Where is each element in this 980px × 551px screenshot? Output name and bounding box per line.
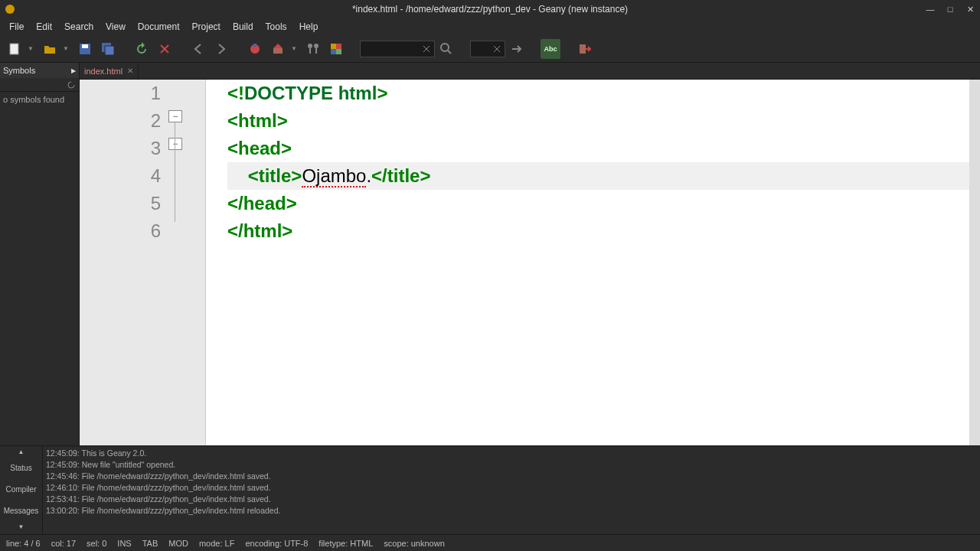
forward-button[interactable] [211,39,231,59]
search-clear-icon[interactable] [420,39,433,59]
open-button[interactable] [40,39,60,59]
menubar: File Edit Search View Document Project B… [0,18,980,35]
status-tab: TAB [142,539,158,548]
status-ins: INS [117,539,131,548]
sidebar-header[interactable]: Symbols ▶ [0,63,79,78]
panel-scroll-up-icon[interactable]: ▲ [0,446,42,457]
new-file-button[interactable] [5,39,24,59]
svg-rect-1 [10,44,18,54]
svg-rect-13 [331,49,336,54]
tab-close-icon[interactable]: ✕ [127,67,133,75]
window-title: *index.html - /home/edward/zzz/python_de… [352,4,628,15]
menu-edit[interactable]: Edit [30,20,58,34]
compile-button[interactable] [245,39,265,59]
code-line[interactable]: </html> [227,217,969,245]
menu-help[interactable]: Help [293,20,325,34]
file-tab[interactable]: index.html ✕ [80,64,139,79]
code-line[interactable]: <title>Ojambo.</title> [227,162,969,190]
color-chooser-button[interactable] [326,39,346,59]
svg-rect-14 [336,49,341,54]
close-button[interactable]: ✕ [963,2,977,16]
back-button[interactable] [188,39,208,59]
reload-button[interactable] [132,39,152,59]
code-line[interactable]: <!DOCTYPE html> [227,80,969,107]
menu-project[interactable]: Project [186,20,227,34]
panel-tab-messages[interactable]: Messages [0,500,42,521]
new-file-dropdown[interactable]: ▼ [28,45,37,52]
status-sel: sel: 0 [87,539,106,548]
tabs-bar: index.html ✕ [80,63,980,80]
spell-check-button[interactable]: Abc [541,39,560,59]
sidebar-refresh-icon[interactable] [64,79,79,91]
svg-rect-5 [105,46,114,55]
sidebar-collapse-icon[interactable]: ▶ [71,67,76,74]
svg-rect-11 [331,44,336,49]
sidebar: Symbols ▶ o symbols found [0,63,80,445]
messages-output: 12:45:09: This is Geany 2.0.12:45:09: Ne… [43,446,980,534]
minimize-button[interactable]: — [923,2,937,16]
svg-rect-7 [253,44,256,47]
status-encoding: encoding: UTF-8 [245,539,308,548]
sidebar-content: o symbols found [0,92,79,445]
save-button[interactable] [75,39,95,59]
code-line[interactable]: </head> [227,190,969,217]
run-button[interactable] [303,39,323,59]
status-scope: scope: unknown [384,539,445,548]
svg-point-15 [441,44,449,51]
status-mod: MOD [168,539,188,548]
menu-document[interactable]: Document [132,20,186,34]
open-dropdown[interactable]: ▼ [63,45,72,52]
app-icon [5,4,15,15]
titlebar: *index.html - /home/edward/zzz/python_de… [0,0,980,18]
sidebar-tab-icon[interactable] [0,79,64,91]
build-dropdown[interactable]: ▼ [291,45,300,52]
fold-toggle[interactable]: − [168,110,182,122]
line-gutter: 123456 − − [80,80,206,445]
code-editor[interactable]: 123456 − − <!DOCTYPE html><html><head> <… [80,80,980,445]
status-filetype: filetype: HTML [318,539,373,548]
svg-rect-8 [273,48,283,54]
menu-search[interactable]: Search [58,20,100,34]
svg-point-9 [308,44,312,48]
quit-button[interactable] [574,39,594,59]
svg-rect-12 [336,44,341,49]
menu-view[interactable]: View [100,20,132,34]
close-file-button[interactable] [155,39,175,59]
maximize-button[interactable]: □ [943,2,957,16]
build-button[interactable] [268,39,288,59]
statusbar: line: 4 / 6 col: 17 sel: 0 INS TAB MOD m… [0,534,980,551]
menu-tools[interactable]: Tools [260,20,293,34]
status-mode: mode: LF [199,539,234,548]
toolbar: ▼ ▼ ▼ Abc [0,35,980,63]
vertical-scrollbar[interactable] [969,80,980,445]
status-line: line: 4 / 6 [6,539,41,548]
panel-tab-status[interactable]: Status [0,457,42,478]
find-button[interactable] [436,39,456,59]
panel-tab-compiler[interactable]: Compiler [0,478,42,500]
panel-scroll-down-icon[interactable]: ▼ [0,521,42,532]
bottom-panel: ▲ Status Compiler Messages ▼ 12:45:09: T… [0,445,980,534]
goto-button[interactable] [507,39,527,59]
sidebar-title: Symbols [3,66,35,75]
tab-filename: index.html [84,67,122,76]
code-line[interactable]: <head> [227,135,969,162]
status-col: col: 17 [51,539,76,548]
svg-rect-16 [580,44,586,54]
menu-file[interactable]: File [3,20,30,34]
code-line[interactable]: <html> [227,107,969,135]
svg-point-0 [5,5,15,14]
save-all-button[interactable] [98,39,118,59]
goto-clear-icon[interactable] [490,39,504,59]
fold-toggle[interactable]: − [168,138,182,150]
svg-rect-3 [82,44,88,48]
svg-point-10 [314,44,318,48]
menu-build[interactable]: Build [227,20,260,34]
